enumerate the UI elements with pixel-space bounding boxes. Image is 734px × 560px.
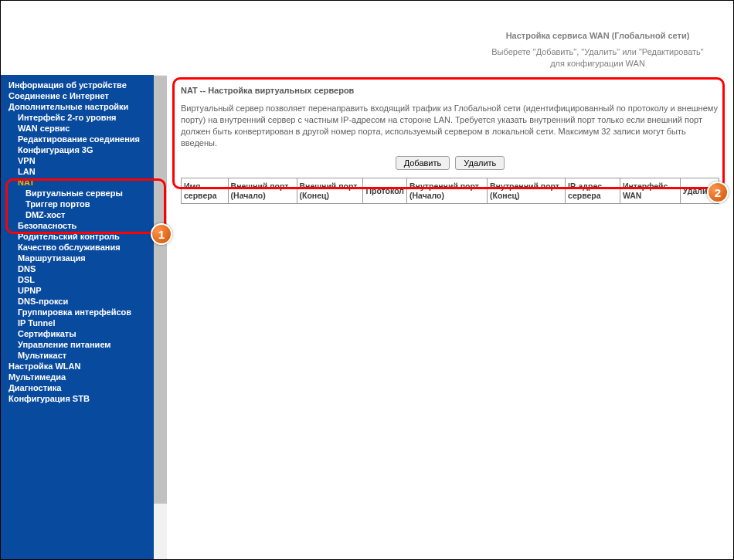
table-column-6: IP-адрес сервера <box>566 178 620 204</box>
table-column-4: Внутренний порт (Начало) <box>406 178 487 204</box>
table-column-7: Интерфейс WAN <box>620 178 680 204</box>
add-button[interactable]: Добавить <box>396 156 450 170</box>
sidebar-item-21[interactable]: Группировка интерфейсов <box>1 307 154 317</box>
sidebar-item-5[interactable]: Редактирование соединения <box>1 134 154 144</box>
sidebar-item-9[interactable]: NAT <box>1 177 154 188</box>
sidebar-item-23[interactable]: Сертификаты <box>1 328 154 339</box>
sidebar-item-4[interactable]: WAN сервис <box>1 123 154 134</box>
sidebar-item-27[interactable]: Мультимедиа <box>1 372 154 382</box>
sidebar: Информация об устройствеСоединение с Инт… <box>1 75 167 560</box>
remove-button[interactable]: Удалить <box>455 156 505 170</box>
table-column-0: Имя сервера <box>182 178 229 204</box>
main-content: NAT -- Настройка виртуальных серверов Ви… <box>167 75 733 560</box>
sidebar-item-16[interactable]: Маршрутизация <box>1 253 154 263</box>
sidebar-item-1[interactable]: Соединение с Интернет <box>1 90 154 101</box>
sidebar-item-26[interactable]: Настройка WLAN <box>1 361 154 372</box>
table-column-3: Протокол <box>363 178 406 204</box>
sidebar-item-6[interactable]: Конфигурация 3G <box>1 144 154 155</box>
sidebar-item-17[interactable]: DNS <box>1 263 154 274</box>
sidebar-item-12[interactable]: DMZ-хост <box>1 209 154 220</box>
header-title: Настройка сервиса WAN (Глобальной сети) <box>484 30 712 42</box>
table-column-2: Внешний порт (Конец) <box>297 178 363 204</box>
table-header-row: Имя сервераВнешний порт (Начало)Внешний … <box>182 178 719 204</box>
panel-title: NAT -- Настройка виртуальных серверов <box>181 86 719 95</box>
sidebar-item-0[interactable]: Информация об устройстве <box>1 80 154 90</box>
table-column-1: Внешний порт (Начало) <box>228 178 297 204</box>
sidebar-item-18[interactable]: DSL <box>1 274 154 285</box>
sidebar-item-13[interactable]: Безопасность <box>1 220 154 231</box>
sidebar-item-20[interactable]: DNS-прокси <box>1 296 154 307</box>
sidebar-item-3[interactable]: Интерфейс 2-го уровня <box>1 112 154 123</box>
annotation-marker-1: 1 <box>151 223 172 245</box>
sidebar-item-22[interactable]: IP Tunnel <box>1 317 154 328</box>
header-subtitle: Выберете "Добавить", "Удалить" или "Реда… <box>491 47 703 68</box>
panel-description: Виртуальный сервер позволяет перенаправи… <box>181 103 719 148</box>
sidebar-item-28[interactable]: Диагностика <box>1 382 154 393</box>
sidebar-item-7[interactable]: VPN <box>1 155 154 166</box>
sidebar-item-19[interactable]: UPNP <box>1 285 154 296</box>
sidebar-item-10[interactable]: Виртуальные серверы <box>1 188 154 199</box>
sidebar-item-14[interactable]: Родительский контроль <box>1 231 154 242</box>
sidebar-item-15[interactable]: Качество обслуживания <box>1 242 154 253</box>
virtual-servers-table: Имя сервераВнешний порт (Начало)Внешний … <box>181 178 719 204</box>
sidebar-item-11[interactable]: Триггер портов <box>1 199 154 209</box>
sidebar-scrollbar-thumb[interactable] <box>154 76 167 504</box>
table-column-5: Внутренний порт (Конец) <box>488 178 566 204</box>
page-header: Настройка сервиса WAN (Глобальной сети) … <box>1 1 733 75</box>
sidebar-item-25[interactable]: Мультикаст <box>1 350 154 361</box>
sidebar-item-24[interactable]: Управление питанием <box>1 339 154 350</box>
sidebar-scrollbar[interactable] <box>154 75 167 560</box>
sidebar-item-2[interactable]: Дополнительные настройки <box>1 101 154 112</box>
sidebar-item-29[interactable]: Конфигурация STB <box>1 393 154 404</box>
annotation-marker-2: 2 <box>707 182 729 203</box>
header-text: Настройка сервиса WAN (Глобальной сети) … <box>484 30 712 70</box>
sidebar-item-8[interactable]: LAN <box>1 166 154 177</box>
button-row: Добавить Удалить <box>181 156 719 170</box>
